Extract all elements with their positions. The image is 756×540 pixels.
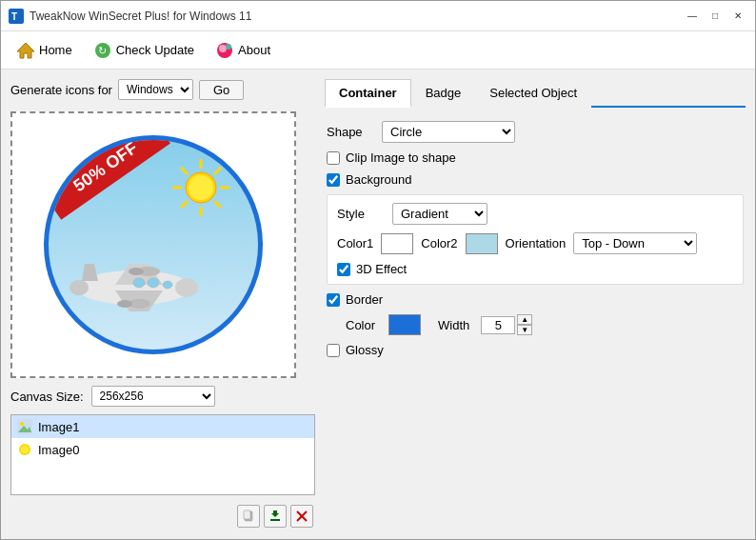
delete-button[interactable] bbox=[290, 505, 313, 528]
home-label: Home bbox=[39, 43, 72, 57]
border-width-label: Width bbox=[438, 318, 469, 332]
svg-text:T: T bbox=[11, 11, 17, 22]
effect-row: 3D Effect bbox=[337, 262, 733, 276]
image1-label: Image1 bbox=[38, 420, 79, 434]
generate-label: Generate icons for bbox=[10, 83, 112, 97]
check-update-button[interactable]: ↻ Check Update bbox=[84, 37, 204, 64]
svg-line-13 bbox=[181, 168, 188, 174]
svg-line-16 bbox=[181, 201, 188, 208]
sun-icon bbox=[163, 150, 239, 226]
border-color-swatch[interactable] bbox=[388, 314, 421, 335]
right-panel: Container Badge Selected Object Shape Ci… bbox=[325, 79, 746, 530]
spinner-down[interactable]: ▼ bbox=[517, 325, 532, 335]
color2-label: Color2 bbox=[421, 236, 457, 250]
border-options: Color Width ▲ ▼ bbox=[327, 314, 744, 335]
svg-rect-39 bbox=[270, 519, 280, 521]
background-options: Style Gradient Solid Color1 Color2 Orien… bbox=[327, 194, 744, 285]
svg-point-20 bbox=[175, 278, 198, 297]
canvas-select[interactable]: 256x256 128x128 64x64 32x32 bbox=[91, 386, 215, 407]
clip-checkbox[interactable] bbox=[327, 151, 340, 165]
tab-selected-object[interactable]: Selected Object bbox=[475, 79, 591, 108]
orientation-select[interactable]: Top - Down Left - Right Bottom - Up Righ… bbox=[573, 232, 697, 254]
about-button[interactable]: About bbox=[206, 37, 280, 64]
list-toolbar bbox=[10, 503, 315, 530]
app-icon: T bbox=[9, 9, 24, 24]
container-tab-content: Shape Circle Square Rounded Square Clip … bbox=[325, 117, 746, 361]
border-width-input[interactable] bbox=[481, 316, 515, 334]
delete-icon bbox=[295, 510, 308, 523]
orientation-label: Orientation bbox=[506, 236, 567, 250]
clip-row: Clip Image to shape bbox=[327, 150, 744, 165]
canvas-row: Canvas Size: 256x256 128x128 64x64 32x32 bbox=[10, 386, 315, 407]
svg-point-36 bbox=[21, 446, 29, 453]
home-icon bbox=[16, 41, 35, 60]
close-button[interactable]: ✕ bbox=[728, 7, 747, 26]
list-item[interactable]: Image0 bbox=[11, 438, 314, 461]
title-bar: T TweakNow WinSecret Plus! for Windows 1… bbox=[1, 1, 755, 31]
svg-line-15 bbox=[214, 168, 221, 174]
list-item[interactable]: Image1 bbox=[11, 415, 314, 438]
background-label: Background bbox=[346, 172, 411, 187]
spinner-up[interactable]: ▲ bbox=[517, 314, 532, 325]
border-checkbox[interactable] bbox=[327, 293, 340, 307]
effect-checkbox[interactable] bbox=[337, 263, 350, 276]
main-content: Generate icons for Windows macOS Linux G… bbox=[1, 70, 755, 539]
circle-preview: 50% OFF bbox=[44, 135, 263, 354]
color-row: Color1 Color2 Orientation Top - Down Lef… bbox=[337, 232, 733, 254]
toolbar: Home ↻ Check Update About bbox=[1, 31, 755, 70]
tab-container[interactable]: Container bbox=[325, 79, 411, 108]
left-panel: Generate icons for Windows macOS Linux G… bbox=[10, 79, 315, 530]
border-width-spinner: ▲ ▼ bbox=[481, 314, 532, 335]
svg-rect-38 bbox=[244, 510, 250, 519]
glossy-checkbox[interactable] bbox=[327, 344, 340, 357]
plane-icon bbox=[58, 235, 210, 330]
svg-point-26 bbox=[133, 278, 145, 288]
spinner-buttons: ▲ ▼ bbox=[517, 314, 532, 335]
canvas-label: Canvas Size: bbox=[10, 390, 84, 404]
svg-marker-24 bbox=[82, 264, 98, 281]
platform-select[interactable]: Windows macOS Linux bbox=[118, 79, 193, 100]
svg-point-27 bbox=[163, 281, 172, 289]
svg-text:↻: ↻ bbox=[98, 45, 107, 56]
color2-swatch[interactable] bbox=[466, 233, 498, 254]
style-row: Style Gradient Solid bbox=[337, 203, 733, 225]
image1-icon bbox=[17, 419, 32, 434]
svg-point-21 bbox=[70, 280, 89, 295]
effect-label: 3D Effect bbox=[356, 262, 407, 276]
minimize-button[interactable]: — bbox=[683, 7, 702, 26]
style-select[interactable]: Gradient Solid bbox=[392, 203, 487, 225]
border-color-label: Color bbox=[346, 318, 375, 332]
shape-label: Shape bbox=[327, 125, 374, 139]
background-row: Background bbox=[327, 172, 744, 187]
color1-label: Color1 bbox=[337, 236, 373, 250]
main-window: T TweakNow WinSecret Plus! for Windows 1… bbox=[0, 0, 756, 540]
style-label: Style bbox=[337, 207, 385, 221]
image-list: Image1 Image0 bbox=[10, 414, 315, 495]
download-button[interactable] bbox=[264, 505, 287, 528]
tabs: Container Badge Selected Object bbox=[325, 79, 746, 108]
svg-marker-40 bbox=[271, 510, 279, 517]
svg-point-25 bbox=[148, 278, 159, 288]
svg-point-18 bbox=[189, 175, 213, 200]
svg-point-29 bbox=[117, 300, 132, 308]
svg-point-7 bbox=[219, 45, 227, 52]
border-row: Border bbox=[327, 292, 744, 307]
border-label: Border bbox=[346, 292, 383, 307]
background-checkbox[interactable] bbox=[327, 173, 340, 187]
check-update-label: Check Update bbox=[116, 43, 194, 57]
glossy-row: Glossy bbox=[327, 343, 744, 357]
badge-ribbon: 50% OFF bbox=[44, 135, 170, 220]
title-bar-left: T TweakNow WinSecret Plus! for Windows 1… bbox=[9, 9, 251, 24]
svg-point-33 bbox=[20, 422, 24, 426]
go-button[interactable]: Go bbox=[199, 80, 244, 100]
tab-badge[interactable]: Badge bbox=[411, 79, 476, 108]
color1-swatch[interactable] bbox=[381, 233, 413, 254]
home-button[interactable]: Home bbox=[7, 37, 82, 64]
shape-select[interactable]: Circle Square Rounded Square bbox=[382, 121, 515, 143]
check-update-icon: ↻ bbox=[93, 41, 112, 60]
svg-point-31 bbox=[129, 268, 144, 275]
maximize-button[interactable]: □ bbox=[706, 7, 725, 26]
add-image-button[interactable] bbox=[237, 505, 260, 528]
shape-row: Shape Circle Square Rounded Square bbox=[327, 121, 744, 143]
clip-label: Clip Image to shape bbox=[346, 150, 456, 165]
